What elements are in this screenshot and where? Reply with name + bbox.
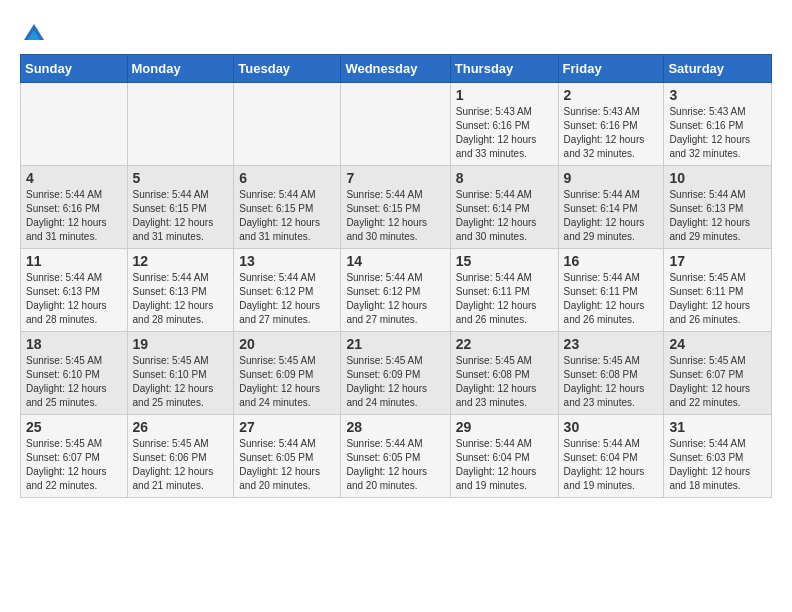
day-number: 11: [26, 253, 122, 269]
day-number: 13: [239, 253, 335, 269]
calendar-cell: 24Sunrise: 5:45 AM Sunset: 6:07 PM Dayli…: [664, 332, 772, 415]
calendar-cell: 9Sunrise: 5:44 AM Sunset: 6:14 PM Daylig…: [558, 166, 664, 249]
calendar-cell: [234, 83, 341, 166]
day-number: 26: [133, 419, 229, 435]
calendar-cell: 21Sunrise: 5:45 AM Sunset: 6:09 PM Dayli…: [341, 332, 450, 415]
day-number: 17: [669, 253, 766, 269]
calendar-cell: 23Sunrise: 5:45 AM Sunset: 6:08 PM Dayli…: [558, 332, 664, 415]
day-info: Sunrise: 5:44 AM Sunset: 6:13 PM Dayligh…: [669, 188, 766, 244]
calendar-cell: 22Sunrise: 5:45 AM Sunset: 6:08 PM Dayli…: [450, 332, 558, 415]
day-number: 4: [26, 170, 122, 186]
day-number: 15: [456, 253, 553, 269]
logo-icon: [22, 20, 46, 44]
day-info: Sunrise: 5:44 AM Sunset: 6:14 PM Dayligh…: [564, 188, 659, 244]
day-info: Sunrise: 5:44 AM Sunset: 6:13 PM Dayligh…: [133, 271, 229, 327]
day-info: Sunrise: 5:44 AM Sunset: 6:05 PM Dayligh…: [239, 437, 335, 493]
day-number: 28: [346, 419, 444, 435]
calendar-week-row: 4Sunrise: 5:44 AM Sunset: 6:16 PM Daylig…: [21, 166, 772, 249]
calendar-cell: 18Sunrise: 5:45 AM Sunset: 6:10 PM Dayli…: [21, 332, 128, 415]
calendar-cell: 28Sunrise: 5:44 AM Sunset: 6:05 PM Dayli…: [341, 415, 450, 498]
day-number: 9: [564, 170, 659, 186]
calendar-cell: 14Sunrise: 5:44 AM Sunset: 6:12 PM Dayli…: [341, 249, 450, 332]
calendar-cell: 19Sunrise: 5:45 AM Sunset: 6:10 PM Dayli…: [127, 332, 234, 415]
day-info: Sunrise: 5:45 AM Sunset: 6:06 PM Dayligh…: [133, 437, 229, 493]
calendar-header-thursday: Thursday: [450, 55, 558, 83]
day-number: 16: [564, 253, 659, 269]
calendar-cell: 27Sunrise: 5:44 AM Sunset: 6:05 PM Dayli…: [234, 415, 341, 498]
day-info: Sunrise: 5:45 AM Sunset: 6:08 PM Dayligh…: [564, 354, 659, 410]
day-number: 23: [564, 336, 659, 352]
calendar-header-sunday: Sunday: [21, 55, 128, 83]
day-number: 22: [456, 336, 553, 352]
calendar-cell: 10Sunrise: 5:44 AM Sunset: 6:13 PM Dayli…: [664, 166, 772, 249]
day-info: Sunrise: 5:44 AM Sunset: 6:11 PM Dayligh…: [564, 271, 659, 327]
day-info: Sunrise: 5:44 AM Sunset: 6:15 PM Dayligh…: [239, 188, 335, 244]
day-info: Sunrise: 5:43 AM Sunset: 6:16 PM Dayligh…: [564, 105, 659, 161]
day-info: Sunrise: 5:44 AM Sunset: 6:04 PM Dayligh…: [564, 437, 659, 493]
day-number: 3: [669, 87, 766, 103]
day-number: 5: [133, 170, 229, 186]
day-number: 10: [669, 170, 766, 186]
calendar-header-wednesday: Wednesday: [341, 55, 450, 83]
day-number: 27: [239, 419, 335, 435]
header: [20, 20, 772, 44]
day-info: Sunrise: 5:45 AM Sunset: 6:10 PM Dayligh…: [133, 354, 229, 410]
calendar-cell: 29Sunrise: 5:44 AM Sunset: 6:04 PM Dayli…: [450, 415, 558, 498]
calendar-week-row: 25Sunrise: 5:45 AM Sunset: 6:07 PM Dayli…: [21, 415, 772, 498]
day-info: Sunrise: 5:43 AM Sunset: 6:16 PM Dayligh…: [669, 105, 766, 161]
day-info: Sunrise: 5:44 AM Sunset: 6:12 PM Dayligh…: [239, 271, 335, 327]
calendar-cell: [341, 83, 450, 166]
day-info: Sunrise: 5:44 AM Sunset: 6:15 PM Dayligh…: [346, 188, 444, 244]
calendar-cell: 15Sunrise: 5:44 AM Sunset: 6:11 PM Dayli…: [450, 249, 558, 332]
calendar-header-friday: Friday: [558, 55, 664, 83]
calendar-cell: 1Sunrise: 5:43 AM Sunset: 6:16 PM Daylig…: [450, 83, 558, 166]
calendar: SundayMondayTuesdayWednesdayThursdayFrid…: [20, 54, 772, 498]
calendar-cell: [127, 83, 234, 166]
calendar-cell: 12Sunrise: 5:44 AM Sunset: 6:13 PM Dayli…: [127, 249, 234, 332]
day-info: Sunrise: 5:44 AM Sunset: 6:05 PM Dayligh…: [346, 437, 444, 493]
day-number: 19: [133, 336, 229, 352]
day-number: 7: [346, 170, 444, 186]
calendar-header-tuesday: Tuesday: [234, 55, 341, 83]
day-number: 2: [564, 87, 659, 103]
calendar-cell: 17Sunrise: 5:45 AM Sunset: 6:11 PM Dayli…: [664, 249, 772, 332]
calendar-week-row: 18Sunrise: 5:45 AM Sunset: 6:10 PM Dayli…: [21, 332, 772, 415]
calendar-cell: 11Sunrise: 5:44 AM Sunset: 6:13 PM Dayli…: [21, 249, 128, 332]
day-info: Sunrise: 5:45 AM Sunset: 6:11 PM Dayligh…: [669, 271, 766, 327]
calendar-header-saturday: Saturday: [664, 55, 772, 83]
calendar-header-row: SundayMondayTuesdayWednesdayThursdayFrid…: [21, 55, 772, 83]
day-info: Sunrise: 5:44 AM Sunset: 6:13 PM Dayligh…: [26, 271, 122, 327]
day-number: 18: [26, 336, 122, 352]
calendar-week-row: 11Sunrise: 5:44 AM Sunset: 6:13 PM Dayli…: [21, 249, 772, 332]
day-info: Sunrise: 5:44 AM Sunset: 6:11 PM Dayligh…: [456, 271, 553, 327]
calendar-header-monday: Monday: [127, 55, 234, 83]
day-info: Sunrise: 5:45 AM Sunset: 6:10 PM Dayligh…: [26, 354, 122, 410]
calendar-cell: [21, 83, 128, 166]
day-info: Sunrise: 5:45 AM Sunset: 6:09 PM Dayligh…: [239, 354, 335, 410]
calendar-cell: 7Sunrise: 5:44 AM Sunset: 6:15 PM Daylig…: [341, 166, 450, 249]
day-number: 20: [239, 336, 335, 352]
day-info: Sunrise: 5:43 AM Sunset: 6:16 PM Dayligh…: [456, 105, 553, 161]
day-info: Sunrise: 5:45 AM Sunset: 6:07 PM Dayligh…: [26, 437, 122, 493]
calendar-cell: 13Sunrise: 5:44 AM Sunset: 6:12 PM Dayli…: [234, 249, 341, 332]
calendar-cell: 26Sunrise: 5:45 AM Sunset: 6:06 PM Dayli…: [127, 415, 234, 498]
calendar-cell: 4Sunrise: 5:44 AM Sunset: 6:16 PM Daylig…: [21, 166, 128, 249]
day-number: 24: [669, 336, 766, 352]
day-number: 1: [456, 87, 553, 103]
calendar-cell: 30Sunrise: 5:44 AM Sunset: 6:04 PM Dayli…: [558, 415, 664, 498]
day-info: Sunrise: 5:44 AM Sunset: 6:16 PM Dayligh…: [26, 188, 122, 244]
calendar-cell: 6Sunrise: 5:44 AM Sunset: 6:15 PM Daylig…: [234, 166, 341, 249]
day-info: Sunrise: 5:44 AM Sunset: 6:03 PM Dayligh…: [669, 437, 766, 493]
day-info: Sunrise: 5:45 AM Sunset: 6:09 PM Dayligh…: [346, 354, 444, 410]
day-info: Sunrise: 5:44 AM Sunset: 6:15 PM Dayligh…: [133, 188, 229, 244]
calendar-cell: 31Sunrise: 5:44 AM Sunset: 6:03 PM Dayli…: [664, 415, 772, 498]
calendar-cell: 8Sunrise: 5:44 AM Sunset: 6:14 PM Daylig…: [450, 166, 558, 249]
calendar-week-row: 1Sunrise: 5:43 AM Sunset: 6:16 PM Daylig…: [21, 83, 772, 166]
day-number: 30: [564, 419, 659, 435]
calendar-cell: 3Sunrise: 5:43 AM Sunset: 6:16 PM Daylig…: [664, 83, 772, 166]
day-info: Sunrise: 5:45 AM Sunset: 6:07 PM Dayligh…: [669, 354, 766, 410]
day-info: Sunrise: 5:45 AM Sunset: 6:08 PM Dayligh…: [456, 354, 553, 410]
day-number: 8: [456, 170, 553, 186]
logo: [20, 20, 46, 44]
day-info: Sunrise: 5:44 AM Sunset: 6:12 PM Dayligh…: [346, 271, 444, 327]
